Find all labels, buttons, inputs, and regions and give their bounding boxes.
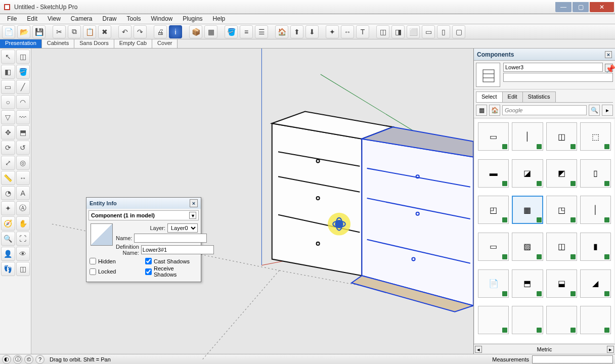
component-item[interactable]: ▨ [512,233,543,261]
followme-tool[interactable]: ↺ [16,141,30,155]
components-next-button[interactable]: ▸ [607,346,614,353]
menu-camera[interactable]: Camera [66,14,98,24]
menu-edit[interactable]: Edit [22,14,42,24]
hidden-checkbox[interactable] [90,258,96,264]
component-item[interactable] [546,306,577,334]
layer-select[interactable]: Layer0 [167,223,198,233]
zoom-tool[interactable]: 🔍 [1,232,15,246]
scene-tab-empty-cab[interactable]: Empty Cab [114,39,152,48]
component-button[interactable]: 📦 [189,25,202,38]
paint-button[interactable]: 🪣 [225,25,238,38]
scene-tab-cover[interactable]: Cover [152,39,178,48]
component-item[interactable]: ◩ [546,159,577,188]
menu-draw[interactable]: Draw [98,14,122,24]
model-info-button[interactable]: i [169,25,182,38]
component-description-input[interactable] [503,73,613,82]
components-prev-button[interactable]: ◂ [475,346,482,353]
close-button[interactable]: ✕ [590,2,614,12]
definition-name-input[interactable] [141,245,214,254]
locked-checkbox[interactable] [90,268,96,275]
menu-help[interactable]: Help [208,14,231,24]
orbit-tool[interactable]: 🧭 [1,216,15,231]
section-plane-tool[interactable]: ◫ [16,262,30,276]
component-item[interactable]: ◫ [546,233,577,261]
menu-plugins[interactable]: Plugins [178,14,207,24]
open-button[interactable]: 📂 [17,25,30,38]
component-name-input[interactable] [503,63,603,72]
line-tool[interactable]: ╱ [16,80,30,94]
components-panel-close-button[interactable]: × [605,51,612,58]
menu-view[interactable]: View [42,14,66,24]
entity-thumbnail[interactable] [91,223,113,246]
pan-tool[interactable]: ✋ [16,216,30,231]
erase-button[interactable]: ✖ [98,25,111,38]
iso-button[interactable]: ◨ [391,25,405,38]
move-tool[interactable]: ✥ [1,125,15,140]
top-view-button[interactable]: ⬜ [407,25,420,38]
offset-tool[interactable]: ◎ [16,156,30,170]
text-button[interactable]: T [356,25,369,38]
component-item[interactable]: ▭ [478,233,509,261]
protractor-tool[interactable]: ◔ [1,186,15,200]
receive-shadows-checkbox-label[interactable]: Receive Shadows [145,265,198,278]
nav-button[interactable]: ▸ [602,105,613,116]
back-view-button[interactable]: ▢ [452,25,465,38]
component-item[interactable] [478,306,509,334]
tape-tool[interactable]: 📏 [1,171,15,185]
menu-tools[interactable]: Tools [122,14,146,24]
right-view-button[interactable]: ▯ [437,25,450,38]
cast-shadows-checkbox-label[interactable]: Cast Shadows [145,258,198,264]
measurements-input[interactable] [532,355,613,363]
entity-info-titlebar[interactable]: Entity Info × [86,198,201,209]
scale-tool[interactable]: ⤢ [1,156,15,170]
component-item[interactable]: ▯ [580,159,611,188]
scene-tab-cabinets[interactable]: Cabinets [42,39,74,48]
component-item[interactable]: │ [580,196,611,224]
new-button[interactable]: 📄 [2,25,15,38]
zoom-extents-tool[interactable]: ⛶ [16,232,30,246]
outliner-button[interactable]: ☰ [255,25,268,38]
axes-tool[interactable]: ✦ [1,201,15,215]
menu-window[interactable]: Window [146,14,178,24]
locked-checkbox-label[interactable]: Locked [90,265,142,278]
component-item[interactable]: 📄 [478,269,509,298]
component-item[interactable]: ⬒ [512,269,543,298]
component-item[interactable]: ⬓ [546,269,577,298]
group-button[interactable]: ▦ [204,25,217,38]
hidden-checkbox-label[interactable]: Hidden [90,258,142,264]
make-component-tool[interactable]: ◫ [16,50,30,64]
component-item[interactable]: ▭ [478,122,509,151]
get-models-button[interactable]: ⬇ [305,25,319,38]
print-button[interactable]: 🖨 [154,25,167,38]
component-item[interactable]: ◫ [546,122,577,151]
component-item[interactable]: ◳ [546,196,577,224]
entity-info-window[interactable]: Entity Info × Component (1 in model) ▾ L… [86,197,201,282]
component-item[interactable]: ◢ [580,269,611,298]
component-item[interactable]: ◰ [478,196,509,224]
components-tab-edit[interactable]: Edit [502,92,523,102]
front-view-button[interactable]: ▭ [422,25,435,38]
search-button[interactable]: 🔍 [589,105,600,116]
dimension-button[interactable]: ↔ [341,25,354,38]
paste-button[interactable]: 📋 [83,25,96,38]
scene-tab-presentation[interactable]: Presentation [0,39,42,48]
component-item[interactable]: ▦ [512,196,543,224]
maximize-button[interactable]: ▢ [573,2,589,12]
share-button[interactable]: ⬆ [290,25,303,38]
freehand-tool[interactable]: 〰 [16,110,30,124]
rectangle-tool[interactable]: ▭ [1,80,15,94]
entity-info-close-button[interactable]: × [190,199,198,207]
cut-button[interactable]: ✂ [53,25,66,38]
component-pin-button[interactable]: 📌 [605,64,613,72]
home-button[interactable]: 🏠 [489,105,500,116]
select-tool[interactable]: ↖ [1,50,15,64]
viewport[interactable]: Entity Info × Component (1 in model) ▾ L… [31,49,473,354]
geo-button[interactable]: ◐ [2,355,11,364]
scene-tab-sans-doors[interactable]: Sans Doors [74,39,114,48]
component-item[interactable]: ▬ [478,159,509,188]
component-item[interactable]: ▮ [580,233,611,261]
component-item[interactable] [580,306,611,334]
paint-tool[interactable]: 🪣 [16,65,30,79]
component-item[interactable] [512,306,543,334]
cast-shadows-checkbox[interactable] [145,258,152,264]
